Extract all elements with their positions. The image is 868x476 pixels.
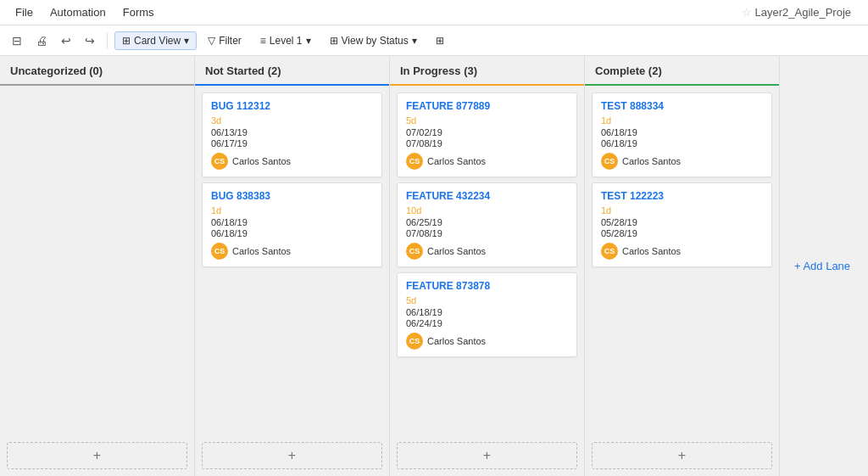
view-by-status-button[interactable]: ⊞ View by Status ▾: [322, 31, 425, 50]
add-lane-button[interactable]: + Add Lane: [780, 56, 865, 476]
app-title: ☆Layer2_Agile_Proje: [742, 6, 861, 19]
card[interactable]: FEATURE 877889 5d 07/02/19 07/08/19 CS C…: [397, 92, 577, 177]
card-assignee: CS Carlos Santos: [406, 333, 568, 350]
card-start-date: 07/02/19: [406, 127, 568, 137]
card-duration: 1d: [211, 205, 373, 216]
add-card-button-not-started[interactable]: +: [202, 442, 382, 469]
lane-not-started: Not Started (2) BUG 112312 3d 06/13/19 0…: [195, 56, 390, 476]
card-start-date: 06/25/19: [406, 217, 568, 227]
card-view-icon: ⊞: [122, 35, 131, 47]
lane-cards-complete: TEST 888334 1d 06/18/19 06/18/19 CS Carl…: [585, 86, 779, 439]
card-view-chevron: ▾: [184, 35, 189, 47]
card-title: TEST 888334: [601, 100, 763, 112]
view-status-icon: ⊞: [330, 35, 338, 47]
view-status-label: View by Status: [342, 35, 409, 47]
card-end-date: 07/08/19: [406, 138, 568, 148]
card[interactable]: TEST 888334 1d 06/18/19 06/18/19 CS Carl…: [592, 92, 772, 177]
card-assignee: CS Carlos Santos: [211, 153, 373, 170]
card-duration: 10d: [406, 205, 568, 216]
assignee-name: Carlos Santos: [622, 246, 681, 256]
lane-cards-not-started: BUG 112312 3d 06/13/19 06/17/19 CS Carlo…: [195, 86, 389, 439]
filter-icon: ▽: [208, 35, 215, 47]
grid-icon: ⊞: [436, 35, 444, 47]
lane-complete: Complete (2) TEST 888334 1d 06/18/19 06/…: [585, 56, 780, 476]
assignee-name: Carlos Santos: [427, 156, 486, 166]
avatar: CS: [211, 153, 228, 170]
lane-header-not-started: Not Started (2): [195, 56, 389, 86]
lane-header-in-progress: In Progress (3): [390, 56, 584, 86]
card-assignee: CS Carlos Santos: [211, 243, 373, 260]
card-end-date: 05/28/19: [601, 228, 763, 238]
card-view-label: Card View: [134, 35, 181, 47]
assignee-name: Carlos Santos: [232, 246, 291, 256]
grid-view-button[interactable]: ⊞: [428, 31, 452, 50]
level-chevron: ▾: [306, 35, 311, 47]
undo-button[interactable]: ↩: [56, 31, 76, 50]
card-start-date: 06/18/19: [211, 217, 373, 227]
lane-cards-in-progress: FEATURE 877889 5d 07/02/19 07/08/19 CS C…: [390, 86, 584, 439]
card-duration: 3d: [211, 115, 373, 126]
card[interactable]: BUG 838383 1d 06/18/19 06/18/19 CS Carlo…: [202, 182, 382, 267]
menu-forms[interactable]: Forms: [114, 3, 163, 22]
card-assignee: CS Carlos Santos: [406, 153, 568, 170]
card-duration: 5d: [406, 295, 568, 305]
lane-in-progress: In Progress (3) FEATURE 877889 5d 07/02/…: [390, 56, 585, 476]
redo-button[interactable]: ↪: [80, 31, 100, 50]
card[interactable]: BUG 112312 3d 06/13/19 06/17/19 CS Carlo…: [202, 92, 382, 177]
card-assignee: CS Carlos Santos: [406, 243, 568, 260]
add-card-button-uncategorized[interactable]: +: [7, 442, 187, 469]
card-title: TEST 122223: [601, 190, 763, 202]
card-start-date: 06/13/19: [211, 127, 373, 137]
card-assignee: CS Carlos Santos: [601, 153, 763, 170]
lane-header-uncategorized: Uncategorized (0): [0, 56, 194, 86]
print-button[interactable]: 🖨: [31, 31, 53, 50]
home-icon[interactable]: ⊟: [7, 31, 27, 50]
add-card-button-complete[interactable]: +: [592, 442, 772, 469]
card-assignee: CS Carlos Santos: [601, 243, 763, 260]
avatar: CS: [406, 333, 423, 350]
card-end-date: 06/24/19: [406, 318, 568, 328]
card[interactable]: FEATURE 873878 5d 06/18/19 06/24/19 CS C…: [397, 272, 577, 357]
filter-label: Filter: [219, 35, 242, 47]
assignee-name: Carlos Santos: [232, 156, 291, 166]
level-label: Level 1: [270, 35, 303, 47]
card-duration: 1d: [601, 115, 763, 126]
card-title: FEATURE 877889: [406, 100, 568, 112]
avatar: CS: [211, 243, 228, 260]
board: Uncategorized (0)+Not Started (2) BUG 11…: [0, 56, 868, 476]
card-end-date: 06/17/19: [211, 138, 373, 148]
card-end-date: 07/08/19: [406, 228, 568, 238]
card[interactable]: TEST 122223 1d 05/28/19 05/28/19 CS Carl…: [592, 182, 772, 267]
card-title: FEATURE 432234: [406, 190, 568, 202]
lane-cards-uncategorized: [0, 86, 194, 439]
filter-button[interactable]: ▽ Filter: [200, 31, 249, 50]
card-title: FEATURE 873878: [406, 280, 568, 292]
separator-1: [107, 32, 108, 49]
card-duration: 1d: [601, 205, 763, 216]
menu-bar: File Automation Forms ☆Layer2_Agile_Proj…: [0, 0, 868, 25]
card-duration: 5d: [406, 115, 568, 126]
lane-header-complete: Complete (2): [585, 56, 779, 86]
card-title: BUG 838383: [211, 190, 373, 202]
card-end-date: 06/18/19: [601, 138, 763, 148]
add-card-button-in-progress[interactable]: +: [397, 442, 577, 469]
card-start-date: 06/18/19: [601, 127, 763, 137]
card[interactable]: FEATURE 432234 10d 06/25/19 07/08/19 CS …: [397, 182, 577, 267]
assignee-name: Carlos Santos: [622, 156, 681, 166]
assignee-name: Carlos Santos: [427, 336, 486, 346]
assignee-name: Carlos Santos: [427, 246, 486, 256]
view-status-chevron: ▾: [412, 35, 417, 47]
toolbar: ⊟ 🖨 ↩ ↪ ⊞ Card View ▾ ▽ Filter ≡ Level 1…: [0, 25, 868, 56]
menu-automation[interactable]: Automation: [42, 3, 114, 22]
level-button[interactable]: ≡ Level 1 ▾: [253, 31, 319, 50]
avatar: CS: [406, 153, 423, 170]
card-start-date: 05/28/19: [601, 217, 763, 227]
card-title: BUG 112312: [211, 100, 373, 112]
level-icon: ≡: [260, 35, 266, 47]
menu-file[interactable]: File: [7, 3, 42, 22]
card-view-button[interactable]: ⊞ Card View ▾: [114, 31, 197, 50]
card-start-date: 06/18/19: [406, 307, 568, 317]
star-icon[interactable]: ☆: [742, 6, 752, 19]
avatar: CS: [601, 243, 618, 260]
avatar: CS: [601, 153, 618, 170]
